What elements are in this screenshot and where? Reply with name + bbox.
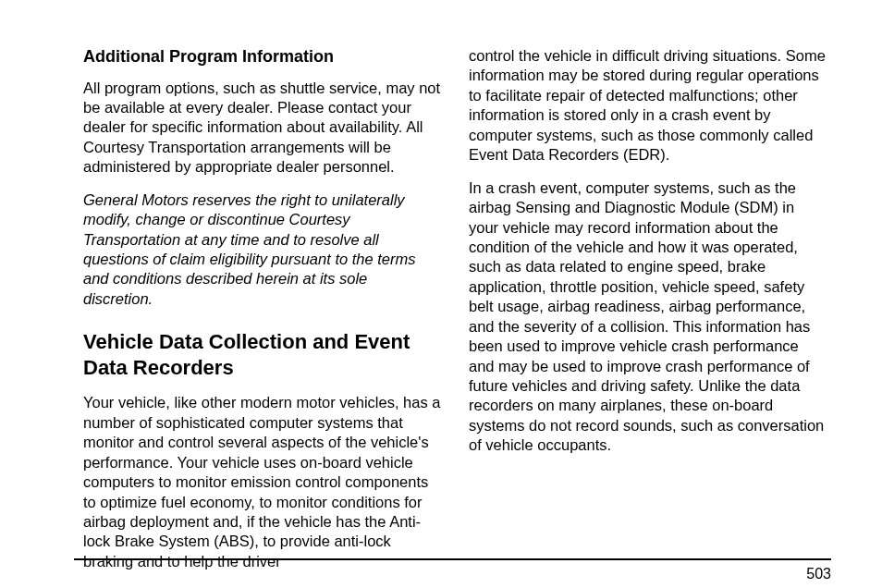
right-column: control the vehicle in difficult driving… — [469, 46, 827, 584]
para-control-vehicle: control the vehicle in difficult driving… — [469, 46, 827, 165]
para-program-options: All program options, such as shuttle ser… — [83, 79, 441, 178]
heading-vehicle-data-collection: Vehicle Data Collection and Event Data R… — [83, 329, 441, 380]
footer-rule — [74, 558, 831, 560]
heading-additional-program-info: Additional Program Information — [83, 46, 441, 67]
para-gm-disclaimer: General Motors reserves the right to uni… — [83, 190, 441, 310]
page-content: Additional Program Information All progr… — [0, 0, 882, 588]
left-column: Additional Program Information All progr… — [83, 46, 441, 584]
page-number: 503 — [806, 566, 831, 582]
para-vehicle-computers: Your vehicle, like other modern motor ve… — [83, 393, 441, 571]
para-crash-event: In a crash event, computer systems, such… — [469, 178, 827, 456]
